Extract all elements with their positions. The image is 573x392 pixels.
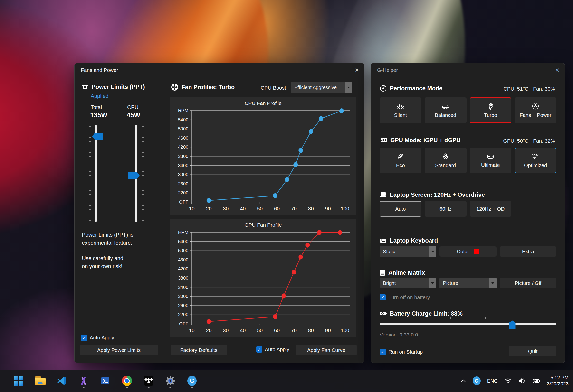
balanced-mode-button[interactable]: Balanced (425, 97, 466, 123)
svg-text:50: 50 (257, 206, 263, 211)
svg-text:5000: 5000 (178, 248, 188, 253)
battery-charge-slider[interactable] (379, 318, 556, 330)
chevron-down-icon[interactable] (489, 278, 497, 288)
checkbox[interactable] (256, 346, 262, 353)
settings-button[interactable] (164, 373, 176, 389)
slider-ticks (89, 126, 91, 221)
svg-text:20: 20 (206, 206, 212, 211)
ultimate-gpu-button[interactable]: Ultimate (470, 148, 512, 173)
factory-defaults-button[interactable]: Factory Defaults (171, 345, 227, 355)
file-explorer-button[interactable] (34, 373, 46, 389)
rocket-icon (487, 102, 494, 110)
ghelper-window-title: G-Helper (377, 67, 398, 73)
battery-charging-icon[interactable] (532, 378, 540, 384)
apply-fan-curve-button[interactable]: Apply Fan Curve (296, 345, 357, 355)
powershell-button[interactable] (99, 373, 111, 389)
svg-text:100: 100 (341, 327, 349, 333)
slider-track[interactable] (379, 323, 556, 325)
start-button[interactable] (13, 373, 24, 389)
svg-text:3400: 3400 (178, 163, 188, 168)
svg-text:60: 60 (274, 206, 280, 211)
ghelper-titlebar[interactable]: G-Helper × (371, 63, 565, 77)
cpu-fan-curve-chart[interactable]: 102030405060708090100RPM5400500046004200… (170, 108, 356, 215)
fans-window-title: Fans and Power (81, 67, 118, 73)
tray-chevron-up-icon[interactable] (461, 379, 466, 383)
chevron-down-icon[interactable] (345, 82, 352, 93)
close-icon[interactable]: × (555, 67, 559, 73)
svg-text:90: 90 (325, 206, 331, 211)
anime-brightness-value: Bright (379, 278, 429, 288)
fans-and-power-window: Fans and Power × Power Limits (PPT) Appl… (74, 63, 364, 363)
quit-button[interactable]: Quit (509, 346, 556, 357)
cpu-temp-fan-status: CPU: 51°C - Fan: 30% (503, 86, 555, 92)
slider-thumb[interactable] (92, 133, 103, 140)
screen-60hz-button[interactable]: 60Hz (425, 201, 466, 217)
chevron-down-icon[interactable] (429, 278, 436, 288)
checkbox[interactable] (81, 335, 87, 341)
svg-text:30: 30 (223, 206, 229, 211)
gpu-chart-title: GPU Fan Profile (170, 222, 356, 228)
keyboard-mode-dropdown[interactable]: Static (379, 246, 436, 257)
turbo-mode-button[interactable]: Turbo (470, 97, 512, 123)
checkbox[interactable] (379, 294, 386, 300)
gpu-fan-chart-panel: GPU Fan Profile 102030405060708090100RPM… (170, 219, 356, 337)
fans-titlebar[interactable]: Fans and Power × (74, 63, 364, 77)
keyboard-extra-button[interactable]: Extra (500, 246, 556, 257)
anime-battery-checkbox-row[interactable]: Turn off on battery (379, 294, 430, 300)
vscode-button[interactable] (56, 373, 68, 389)
eco-gpu-button[interactable]: Eco (379, 148, 421, 173)
g-helper-tray-icon[interactable]: G (473, 376, 481, 385)
fans-power-button[interactable]: Fans + Power (515, 97, 556, 123)
version-link[interactable]: Version: 0.33.0.0 (379, 332, 418, 338)
close-icon[interactable]: × (355, 67, 359, 73)
screen-120hz-od-button[interactable]: 120Hz + OD (470, 201, 512, 217)
slider-thumb[interactable] (128, 172, 140, 179)
checkbox[interactable] (379, 349, 386, 355)
cpu-label: CPU (127, 104, 138, 111)
power-limits-note-2: Use carefully and on your own risk! (82, 254, 123, 270)
total-label: Total (91, 104, 102, 111)
cpu-boost-dropdown[interactable]: Efficient Aggressive (291, 82, 352, 93)
cpu-power-slider[interactable] (130, 125, 144, 222)
standard-gpu-button[interactable]: Standard (425, 148, 466, 173)
power-limits-note-1: Power Limits (PPT) is experimental featu… (82, 231, 133, 247)
total-power-slider[interactable] (89, 125, 104, 222)
run-on-startup-checkbox-row[interactable]: Run on Startup (379, 349, 423, 355)
leaf-icon (397, 153, 404, 160)
anime-content-dropdown[interactable]: Picture (440, 278, 496, 288)
tidal-button[interactable] (143, 373, 154, 389)
g-helper-window: G-Helper × Performance Mode CPU: 51°C - … (371, 63, 565, 363)
taskbar-clock[interactable]: 5:12 PM 3/20/2023 (547, 375, 569, 387)
fan-auto-apply-checkbox-row[interactable]: Auto Apply (256, 346, 289, 353)
silent-mode-button[interactable]: Silent (379, 97, 421, 123)
apply-power-limits-button[interactable]: Apply Power Limits (80, 345, 158, 355)
g-helper-taskbar-button[interactable]: G (186, 373, 198, 389)
screen-auto-button[interactable]: Auto (379, 201, 421, 217)
picture-gif-button[interactable]: Picture / Gif (500, 278, 556, 288)
svg-text:90: 90 (325, 327, 331, 333)
power-auto-apply-checkbox-row[interactable]: Auto Apply (81, 335, 114, 341)
taskbar-apps: G (0, 373, 198, 389)
laptop-screen-heading: Laptop Screen: 120Hz + Overdrive (379, 191, 485, 198)
speaker-icon[interactable] (518, 378, 525, 384)
anime-brightness-dropdown[interactable]: Bright (379, 278, 436, 288)
slider-thumb[interactable] (509, 320, 516, 329)
battery-bolt-icon (379, 310, 387, 317)
running-indicator (126, 387, 128, 388)
clock-date: 3/20/2023 (547, 381, 569, 387)
running-indicator (83, 387, 85, 388)
cpu-fan-chart-panel: CPU Fan Profile 102030405060708090100RPM… (170, 97, 356, 216)
keyboard-color-button[interactable]: Color (440, 246, 496, 257)
gpu-fan-curve-chart[interactable]: 102030405060708090100RPM5400500046004200… (170, 229, 356, 337)
car-icon (441, 102, 450, 110)
svg-text:4600: 4600 (178, 257, 188, 262)
chrome-button[interactable] (121, 373, 133, 389)
language-indicator[interactable]: ENG (487, 378, 498, 384)
svg-text:4600: 4600 (178, 135, 188, 140)
wifi-icon[interactable] (504, 378, 512, 384)
anime-controls-row: Bright Picture Picture / Gif (379, 278, 556, 288)
optimized-gpu-button[interactable]: Optimized (515, 148, 556, 173)
visual-studio-button[interactable] (78, 373, 90, 389)
svg-text:5000: 5000 (178, 126, 188, 131)
chevron-down-icon[interactable] (429, 246, 436, 257)
